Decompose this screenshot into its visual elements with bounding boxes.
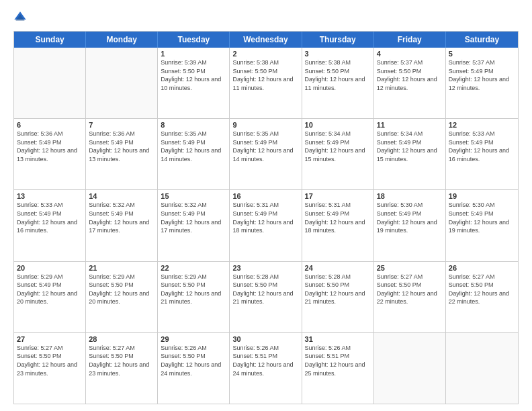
cal-cell: 29Sunrise: 5:26 AMSunset: 5:50 PMDayligh… bbox=[158, 333, 230, 404]
header-day-monday: Monday bbox=[86, 32, 158, 48]
cal-cell: 26Sunrise: 5:27 AMSunset: 5:50 PMDayligh… bbox=[446, 262, 518, 332]
day-info: Sunrise: 5:38 AMSunset: 5:50 PMDaylight:… bbox=[232, 58, 298, 92]
day-number: 5 bbox=[449, 50, 515, 58]
day-info: Sunrise: 5:34 AMSunset: 5:49 PMDaylight:… bbox=[305, 130, 371, 163]
day-info: Sunrise: 5:30 AMSunset: 5:49 PMDaylight:… bbox=[449, 201, 515, 234]
week-row-3: 20Sunrise: 5:29 AMSunset: 5:49 PMDayligh… bbox=[14, 262, 518, 333]
cal-cell: 24Sunrise: 5:28 AMSunset: 5:50 PMDayligh… bbox=[302, 262, 374, 332]
calendar-body: 1Sunrise: 5:39 AMSunset: 5:50 PMDaylight… bbox=[14, 48, 518, 404]
day-info: Sunrise: 5:28 AMSunset: 5:50 PMDaylight:… bbox=[232, 273, 298, 306]
cal-cell: 28Sunrise: 5:27 AMSunset: 5:50 PMDayligh… bbox=[86, 333, 158, 404]
day-number: 31 bbox=[305, 335, 371, 343]
cal-cell: 21Sunrise: 5:29 AMSunset: 5:50 PMDayligh… bbox=[86, 262, 158, 332]
header bbox=[13, 11, 519, 24]
day-number: 30 bbox=[232, 335, 298, 343]
cal-cell: 15Sunrise: 5:32 AMSunset: 5:49 PMDayligh… bbox=[158, 190, 230, 261]
day-number: 26 bbox=[449, 264, 515, 272]
cal-cell: 14Sunrise: 5:32 AMSunset: 5:49 PMDayligh… bbox=[86, 190, 158, 261]
cal-cell: 19Sunrise: 5:30 AMSunset: 5:49 PMDayligh… bbox=[446, 190, 518, 261]
day-number: 19 bbox=[449, 192, 515, 200]
cal-cell: 16Sunrise: 5:31 AMSunset: 5:49 PMDayligh… bbox=[230, 190, 302, 261]
cal-cell: 9Sunrise: 5:35 AMSunset: 5:49 PMDaylight… bbox=[230, 119, 302, 189]
calendar: SundayMondayTuesdayWednesdayThursdayFrid… bbox=[13, 31, 519, 404]
day-info: Sunrise: 5:38 AMSunset: 5:50 PMDaylight:… bbox=[305, 58, 371, 92]
day-info: Sunrise: 5:26 AMSunset: 5:51 PMDaylight:… bbox=[232, 344, 298, 377]
cal-cell bbox=[374, 333, 446, 404]
cal-cell bbox=[86, 48, 158, 118]
cal-cell: 23Sunrise: 5:28 AMSunset: 5:50 PMDayligh… bbox=[230, 262, 302, 332]
header-day-thursday: Thursday bbox=[302, 32, 374, 48]
logo bbox=[13, 11, 30, 24]
day-number: 16 bbox=[232, 192, 298, 200]
header-day-wednesday: Wednesday bbox=[230, 32, 302, 48]
week-row-1: 6Sunrise: 5:36 AMSunset: 5:49 PMDaylight… bbox=[14, 119, 518, 190]
day-info: Sunrise: 5:29 AMSunset: 5:50 PMDaylight:… bbox=[89, 273, 154, 306]
day-info: Sunrise: 5:27 AMSunset: 5:50 PMDaylight:… bbox=[89, 344, 154, 377]
cal-cell bbox=[446, 333, 518, 404]
day-info: Sunrise: 5:37 AMSunset: 5:49 PMDaylight:… bbox=[449, 58, 515, 92]
day-info: Sunrise: 5:26 AMSunset: 5:50 PMDaylight:… bbox=[161, 344, 226, 377]
day-number: 10 bbox=[305, 121, 371, 129]
day-number: 13 bbox=[17, 192, 83, 200]
day-info: Sunrise: 5:29 AMSunset: 5:49 PMDaylight:… bbox=[17, 273, 83, 306]
day-number: 23 bbox=[232, 264, 298, 272]
week-row-2: 13Sunrise: 5:33 AMSunset: 5:49 PMDayligh… bbox=[14, 190, 518, 261]
day-info: Sunrise: 5:27 AMSunset: 5:50 PMDaylight:… bbox=[17, 344, 83, 377]
day-info: Sunrise: 5:35 AMSunset: 5:49 PMDaylight:… bbox=[161, 130, 226, 163]
cal-cell: 30Sunrise: 5:26 AMSunset: 5:51 PMDayligh… bbox=[230, 333, 302, 404]
day-number: 28 bbox=[89, 335, 154, 343]
cal-cell: 8Sunrise: 5:35 AMSunset: 5:49 PMDaylight… bbox=[158, 119, 230, 189]
header-day-sunday: Sunday bbox=[14, 32, 86, 48]
cal-cell: 6Sunrise: 5:36 AMSunset: 5:49 PMDaylight… bbox=[14, 119, 86, 189]
day-info: Sunrise: 5:30 AMSunset: 5:49 PMDaylight:… bbox=[377, 201, 443, 234]
week-row-0: 1Sunrise: 5:39 AMSunset: 5:50 PMDaylight… bbox=[14, 48, 518, 119]
day-info: Sunrise: 5:32 AMSunset: 5:49 PMDaylight:… bbox=[161, 201, 226, 234]
day-info: Sunrise: 5:36 AMSunset: 5:49 PMDaylight:… bbox=[17, 130, 83, 163]
cal-cell: 11Sunrise: 5:34 AMSunset: 5:49 PMDayligh… bbox=[374, 119, 446, 189]
day-number: 21 bbox=[89, 264, 154, 272]
day-number: 3 bbox=[305, 50, 371, 58]
day-number: 1 bbox=[161, 50, 226, 58]
cal-cell: 18Sunrise: 5:30 AMSunset: 5:49 PMDayligh… bbox=[374, 190, 446, 261]
cal-cell: 25Sunrise: 5:27 AMSunset: 5:50 PMDayligh… bbox=[374, 262, 446, 332]
day-info: Sunrise: 5:34 AMSunset: 5:49 PMDaylight:… bbox=[377, 130, 443, 163]
day-number: 2 bbox=[232, 50, 298, 58]
day-number: 6 bbox=[17, 121, 83, 129]
calendar-header: SundayMondayTuesdayWednesdayThursdayFrid… bbox=[14, 32, 518, 48]
cal-cell: 22Sunrise: 5:29 AMSunset: 5:50 PMDayligh… bbox=[158, 262, 230, 332]
day-number: 17 bbox=[305, 192, 371, 200]
cal-cell: 2Sunrise: 5:38 AMSunset: 5:50 PMDaylight… bbox=[230, 48, 302, 118]
day-info: Sunrise: 5:33 AMSunset: 5:49 PMDaylight:… bbox=[449, 130, 515, 163]
day-info: Sunrise: 5:27 AMSunset: 5:50 PMDaylight:… bbox=[377, 273, 443, 306]
cal-cell: 7Sunrise: 5:36 AMSunset: 5:49 PMDaylight… bbox=[86, 119, 158, 189]
day-number: 29 bbox=[161, 335, 226, 343]
header-day-saturday: Saturday bbox=[446, 32, 518, 48]
header-day-tuesday: Tuesday bbox=[158, 32, 230, 48]
header-day-friday: Friday bbox=[374, 32, 446, 48]
page: SundayMondayTuesdayWednesdayThursdayFrid… bbox=[0, 0, 532, 411]
day-number: 20 bbox=[17, 264, 83, 272]
cal-cell: 12Sunrise: 5:33 AMSunset: 5:49 PMDayligh… bbox=[446, 119, 518, 189]
day-number: 4 bbox=[377, 50, 443, 58]
day-number: 15 bbox=[161, 192, 226, 200]
day-info: Sunrise: 5:36 AMSunset: 5:49 PMDaylight:… bbox=[89, 130, 154, 163]
day-info: Sunrise: 5:33 AMSunset: 5:49 PMDaylight:… bbox=[17, 201, 83, 234]
cal-cell bbox=[14, 48, 86, 118]
day-info: Sunrise: 5:39 AMSunset: 5:50 PMDaylight:… bbox=[161, 58, 226, 92]
cal-cell: 4Sunrise: 5:37 AMSunset: 5:50 PMDaylight… bbox=[374, 48, 446, 118]
logo-icon bbox=[13, 11, 27, 24]
cal-cell: 20Sunrise: 5:29 AMSunset: 5:49 PMDayligh… bbox=[14, 262, 86, 332]
day-info: Sunrise: 5:29 AMSunset: 5:50 PMDaylight:… bbox=[161, 273, 226, 306]
day-number: 8 bbox=[161, 121, 226, 129]
day-info: Sunrise: 5:37 AMSunset: 5:50 PMDaylight:… bbox=[377, 58, 443, 92]
cal-cell: 13Sunrise: 5:33 AMSunset: 5:49 PMDayligh… bbox=[14, 190, 86, 261]
cal-cell: 1Sunrise: 5:39 AMSunset: 5:50 PMDaylight… bbox=[158, 48, 230, 118]
day-number: 12 bbox=[449, 121, 515, 129]
day-info: Sunrise: 5:27 AMSunset: 5:50 PMDaylight:… bbox=[449, 273, 515, 306]
cal-cell: 27Sunrise: 5:27 AMSunset: 5:50 PMDayligh… bbox=[14, 333, 86, 404]
day-number: 9 bbox=[232, 121, 298, 129]
day-number: 14 bbox=[89, 192, 154, 200]
day-info: Sunrise: 5:28 AMSunset: 5:50 PMDaylight:… bbox=[305, 273, 371, 306]
day-number: 24 bbox=[305, 264, 371, 272]
cal-cell: 17Sunrise: 5:31 AMSunset: 5:49 PMDayligh… bbox=[302, 190, 374, 261]
